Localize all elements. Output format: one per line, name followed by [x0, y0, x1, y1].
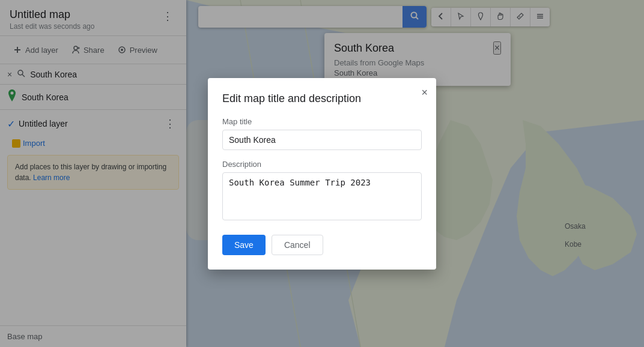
description-label: Description [222, 160, 422, 169]
map-title-input[interactable] [222, 130, 422, 150]
modal-close-button[interactable]: × [421, 86, 428, 99]
edit-map-modal: Edit map title and description × Map tit… [208, 78, 436, 270]
description-textarea[interactable]: South Korea Summer Trip 2023 [222, 172, 422, 220]
modal-overlay: Edit map title and description × Map tit… [0, 0, 644, 347]
save-button[interactable]: Save [222, 235, 266, 255]
modal-title: Edit map title and description [222, 92, 422, 105]
cancel-button[interactable]: Cancel [272, 235, 323, 255]
map-title-label: Map title [222, 117, 422, 126]
modal-actions: Save Cancel [222, 235, 422, 255]
